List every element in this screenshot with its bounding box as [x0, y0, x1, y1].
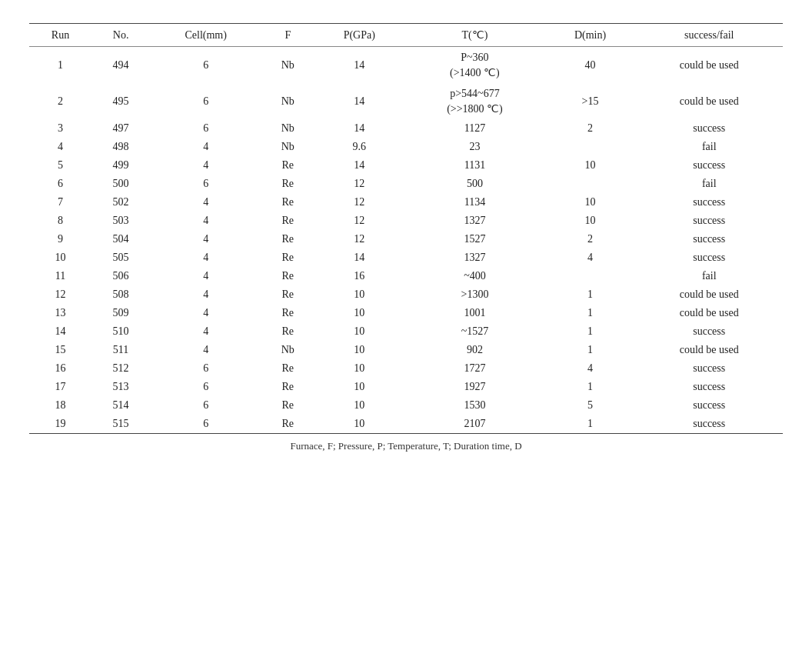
- cell-cell: 4: [150, 341, 261, 359]
- cell-no: 494: [92, 47, 150, 84]
- cell-cell: 6: [150, 378, 261, 396]
- cell-d: [545, 175, 636, 193]
- table-row: 155114Nb109021could be used: [29, 341, 783, 359]
- cell-no: 498: [92, 138, 150, 156]
- table-row: 75024Re12113410success: [29, 193, 783, 212]
- cell-t: 500: [404, 175, 544, 193]
- cell-f: Re: [261, 304, 314, 322]
- cell-d: 40: [545, 47, 636, 84]
- cell-run: 9: [29, 230, 92, 248]
- cell-t: 1727: [404, 359, 544, 378]
- cell-cell: 6: [150, 359, 261, 378]
- cell-p: 14: [314, 47, 404, 84]
- cell-f: Re: [261, 285, 314, 304]
- cell-result: could be used: [635, 341, 783, 359]
- cell-t: 1527: [404, 230, 544, 248]
- cell-run: 15: [29, 341, 92, 359]
- cell-p: 10: [314, 359, 404, 378]
- cell-d: 4: [545, 359, 636, 378]
- cell-t: 1327: [404, 212, 544, 230]
- cell-cell: 4: [150, 322, 261, 341]
- cell-cell: 4: [150, 230, 261, 248]
- cell-f: Re: [261, 212, 314, 230]
- cell-no: 510: [92, 322, 150, 341]
- cell-d: 2: [545, 119, 636, 138]
- table-container: Run No. Cell(mm) F P(GPa) T(℃) D(min) su…: [29, 23, 783, 452]
- cell-run: 18: [29, 396, 92, 415]
- cell-cell: 4: [150, 212, 261, 230]
- cell-d: 1: [545, 378, 636, 396]
- cell-cell: 4: [150, 248, 261, 267]
- cell-t: ~400: [404, 267, 544, 285]
- cell-result: success: [635, 415, 783, 434]
- header-row: Run No. Cell(mm) F P(GPa) T(℃) D(min) su…: [29, 24, 783, 47]
- cell-cell: 4: [150, 138, 261, 156]
- table-row: 95044Re1215272success: [29, 230, 783, 248]
- cell-f: Nb: [261, 138, 314, 156]
- cell-t: p>544~677(>>1800 ℃): [404, 83, 544, 119]
- cell-result: could be used: [635, 83, 783, 119]
- cell-result: could be used: [635, 304, 783, 322]
- cell-run: 1: [29, 47, 92, 84]
- cell-p: 9.6: [314, 138, 404, 156]
- cell-p: 12: [314, 175, 404, 193]
- cell-no: 514: [92, 396, 150, 415]
- table-row: 14946Nb14P~360(>1400 ℃)40could be used: [29, 47, 783, 84]
- cell-result: could be used: [635, 47, 783, 84]
- cell-f: Re: [261, 415, 314, 434]
- cell-result: success: [635, 230, 783, 248]
- col-header-no: No.: [92, 24, 150, 47]
- cell-p: 10: [314, 396, 404, 415]
- cell-cell: 6: [150, 47, 261, 84]
- cell-p: 10: [314, 285, 404, 304]
- cell-cell: 4: [150, 193, 261, 212]
- cell-p: 12: [314, 212, 404, 230]
- cell-result: success: [635, 248, 783, 267]
- cell-cell: 4: [150, 285, 261, 304]
- cell-cell: 4: [150, 156, 261, 175]
- cell-result: success: [635, 119, 783, 138]
- cell-no: 512: [92, 359, 150, 378]
- cell-run: 3: [29, 119, 92, 138]
- cell-run: 16: [29, 359, 92, 378]
- cell-no: 497: [92, 119, 150, 138]
- cell-f: Nb: [261, 341, 314, 359]
- cell-f: Re: [261, 378, 314, 396]
- cell-t: ~1527: [404, 322, 544, 341]
- table-row: 44984Nb9.623fail: [29, 138, 783, 156]
- col-header-d: D(min): [545, 24, 636, 47]
- cell-p: 10: [314, 378, 404, 396]
- cell-run: 13: [29, 304, 92, 322]
- col-header-f: F: [261, 24, 314, 47]
- cell-result: fail: [635, 175, 783, 193]
- col-header-cell: Cell(mm): [150, 24, 261, 47]
- cell-t: 1001: [404, 304, 544, 322]
- cell-t: 1134: [404, 193, 544, 212]
- cell-p: 12: [314, 230, 404, 248]
- table-row: 65006Re12500fail: [29, 175, 783, 193]
- table-row: 165126Re1017274success: [29, 359, 783, 378]
- cell-no: 509: [92, 304, 150, 322]
- cell-result: success: [635, 359, 783, 378]
- cell-f: Re: [261, 322, 314, 341]
- cell-result: success: [635, 378, 783, 396]
- cell-t: 902: [404, 341, 544, 359]
- cell-no: 506: [92, 267, 150, 285]
- cell-p: 14: [314, 248, 404, 267]
- cell-result: success: [635, 396, 783, 415]
- cell-f: Re: [261, 267, 314, 285]
- cell-cell: 4: [150, 304, 261, 322]
- cell-f: Re: [261, 248, 314, 267]
- cell-result: success: [635, 212, 783, 230]
- table-row: 54994Re14113110success: [29, 156, 783, 175]
- table-footer-note: Furnace, F; Pressure, P; Temperature, T;…: [29, 440, 783, 452]
- col-header-t: T(℃): [404, 24, 544, 47]
- cell-f: Re: [261, 156, 314, 175]
- cell-result: success: [635, 156, 783, 175]
- cell-no: 513: [92, 378, 150, 396]
- cell-run: 8: [29, 212, 92, 230]
- cell-p: 14: [314, 156, 404, 175]
- cell-p: 12: [314, 193, 404, 212]
- cell-p: 14: [314, 119, 404, 138]
- cell-d: 4: [545, 248, 636, 267]
